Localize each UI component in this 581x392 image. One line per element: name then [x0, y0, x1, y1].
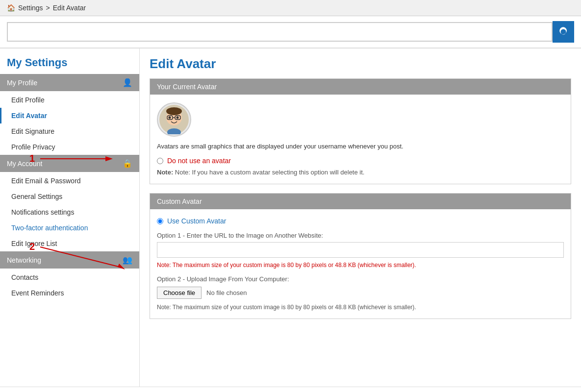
lock-icon: 🔒 [123, 159, 132, 168]
custom-avatar-header: Custom Avatar [150, 194, 571, 209]
use-custom-label: Use Custom Avatar [167, 217, 226, 225]
search-bar-container [0, 16, 581, 49]
current-avatar-section: Your Current Avatar [150, 78, 571, 184]
no-avatar-label: Do not use an avatar [167, 157, 231, 165]
action-bar: 3 Save Changes Reset Fields [0, 387, 581, 392]
sidebar-item-two-factor-auth[interactable]: Two-factor authentication [0, 220, 139, 236]
avatar-image [157, 102, 191, 137]
sidebar: My Settings My Profile 👤 Edit Profile Ed… [0, 49, 140, 387]
svg-point-5 [169, 117, 171, 119]
use-custom-radio[interactable] [157, 218, 163, 224]
search-button[interactable] [553, 21, 574, 43]
url-input[interactable] [157, 242, 564, 258]
svg-point-6 [177, 117, 179, 119]
search-icon [558, 26, 569, 37]
breadcrumb-current: Edit Avatar [53, 4, 86, 12]
no-file-text: No file chosen [206, 289, 247, 296]
breadcrumb-separator: > [46, 4, 50, 12]
sidebar-section-networking: Networking 👥 [0, 251, 139, 269]
option1-label: Option 1 - Enter the URL to the Image on… [157, 232, 564, 239]
sidebar-item-notifications-settings[interactable]: Notifications settings [0, 204, 139, 220]
sidebar-section-my-account: My Account 🔒 [0, 155, 139, 172]
breadcrumb-settings: Settings [18, 4, 43, 12]
sidebar-item-profile-privacy[interactable]: Profile Privacy [0, 139, 139, 155]
avatar-svg [159, 105, 189, 134]
custom-avatar-body: Use Custom Avatar Option 1 - Enter the U… [150, 209, 571, 318]
file-upload-row: Choose file No file chosen [157, 287, 564, 299]
sidebar-item-edit-profile[interactable]: Edit Profile [0, 92, 139, 108]
svg-point-7 [166, 107, 182, 115]
no-avatar-radio[interactable] [157, 158, 163, 164]
search-input[interactable] [7, 22, 553, 42]
use-custom-option: Use Custom Avatar [157, 217, 564, 225]
no-avatar-option: Do not use an avatar [157, 157, 564, 165]
sidebar-title: My Settings [0, 49, 139, 74]
sidebar-section-my-profile: My Profile 👤 [0, 74, 139, 91]
option2-label: Option 2 - Upload Image From Your Comput… [157, 275, 564, 283]
no-avatar-note: Note: Note: If you have a custom avatar … [157, 169, 564, 176]
note-max-size-1: Note: The maximum size of your custom im… [157, 262, 564, 269]
custom-avatar-section: Custom Avatar Use Custom Avatar Option 1… [150, 193, 571, 319]
breadcrumb-bar: 🏠 Settings > Edit Avatar [0, 0, 581, 16]
sidebar-item-edit-signature[interactable]: Edit Signature [0, 123, 139, 139]
sidebar-item-general-settings[interactable]: General Settings [0, 189, 139, 204]
note-max-size-2: Note: The maximum size of your custom im… [157, 304, 564, 311]
content-area: Edit Avatar Your Current Avatar [140, 49, 581, 387]
sidebar-item-edit-ignore-list[interactable]: Edit Ignore List [0, 236, 139, 251]
person-icon: 👤 [123, 78, 132, 87]
page-title: Edit Avatar [150, 56, 571, 72]
sidebar-item-edit-avatar[interactable]: Edit Avatar [0, 108, 139, 123]
avatar-description: Avatars are small graphics that are disp… [157, 143, 564, 150]
current-avatar-body: Avatars are small graphics that are disp… [150, 95, 571, 184]
sidebar-item-event-reminders[interactable]: Event Reminders [0, 285, 139, 301]
networking-label: Networking [7, 256, 41, 264]
current-avatar-header: Your Current Avatar [150, 79, 571, 95]
main-layout: My Settings My Profile 👤 Edit Profile Ed… [0, 49, 581, 387]
my-account-label: My Account [7, 160, 42, 168]
my-profile-label: My Profile [7, 79, 37, 87]
sidebar-item-edit-email-password[interactable]: Edit Email & Password [0, 173, 139, 189]
group-icon: 👥 [123, 255, 132, 265]
choose-file-button[interactable]: Choose file [157, 287, 202, 299]
sidebar-item-contacts[interactable]: Contacts [0, 270, 139, 285]
home-icon: 🏠 [7, 4, 15, 12]
